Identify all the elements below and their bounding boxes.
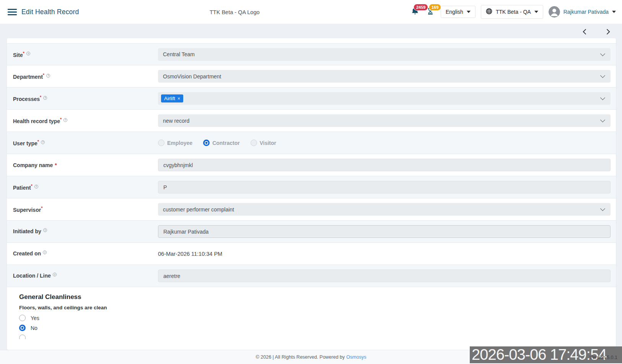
process-chip-label: Airlift [164, 96, 175, 101]
radio-unchecked-icon [158, 140, 164, 146]
field-row-site: Site* Central Team [7, 43, 616, 65]
user-type-radio-employee[interactable]: Employee [158, 140, 203, 146]
radio-unchecked-icon [19, 335, 26, 339]
company-name-label: Company name [13, 162, 53, 168]
site-select[interactable]: Central Team [158, 48, 611, 61]
help-icon [43, 228, 47, 232]
initiated-by-label: Initiated by [13, 229, 41, 235]
chevron-down-icon [600, 51, 605, 56]
field-row-patient: Patient* P [7, 176, 616, 198]
help-icon [26, 52, 30, 55]
page-title: Edit Health Record [21, 8, 79, 16]
supervisor-select[interactable]: customer performer complaint [158, 203, 611, 216]
patient-label: Patient [13, 185, 31, 191]
department-select[interactable]: OsmoVision Department [158, 70, 611, 83]
field-row-location-line: Location / Line aeretre [7, 265, 616, 287]
chevron-down-icon [600, 73, 605, 78]
cleanliness-radio-no[interactable]: No [19, 325, 616, 331]
patient-value: P [163, 184, 167, 190]
created-on-label: Created on [13, 251, 41, 257]
initiated-by-input[interactable]: Rajkumar Pativada [158, 225, 611, 238]
created-on-value: 06-Mar-2026 11:10:34 PM [158, 251, 222, 257]
help-icon [41, 140, 45, 144]
chevron-down-icon [600, 117, 605, 122]
next-record-button[interactable] [603, 27, 613, 37]
radio-checked-icon [203, 140, 210, 146]
caret-down-icon [467, 11, 471, 13]
tenant-selector[interactable]: TTK Beta - QA [481, 5, 543, 19]
app-logo-text: TTK Beta - QA Logo [210, 9, 260, 15]
hamburger-menu-icon[interactable] [8, 9, 17, 16]
field-row-supervisor: Supervisor* customer performer complaint [7, 198, 616, 221]
help-icon [34, 185, 38, 188]
process-chip-airlift[interactable]: Airlift × [161, 94, 183, 102]
caret-down-icon [612, 11, 616, 13]
chip-remove-icon[interactable]: × [177, 96, 180, 101]
patient-input[interactable]: P [158, 181, 611, 193]
company-name-input[interactable]: cvgybhnjmkl [158, 159, 611, 171]
processes-label: Processes [13, 96, 40, 102]
chevron-left-icon [581, 28, 589, 36]
supervisor-label: Supervisor [13, 207, 41, 213]
field-row-created-on: Created on 06-Mar-2026 11:10:34 PM [7, 243, 616, 265]
health-record-type-select[interactable]: new record [158, 114, 611, 127]
site-label: Site [13, 52, 23, 58]
user-type-radio-visitor[interactable]: Visitor [251, 140, 287, 146]
field-row-processes: Processes* Airlift × [7, 88, 616, 110]
help-icon [43, 250, 47, 254]
initiated-by-value: Rajkumar Pativada [163, 229, 208, 235]
supervisor-select-value: customer performer complaint [163, 206, 234, 213]
help-icon [53, 273, 57, 276]
language-selector[interactable]: English [441, 6, 475, 18]
pending-count-badge: 169 [429, 4, 441, 11]
language-selected-label: English [446, 9, 463, 15]
section-title: General Cleanliness [19, 293, 616, 301]
site-select-value: Central Team [163, 51, 195, 57]
radio-unchecked-icon [19, 315, 26, 321]
health-record-type-label: Health record type [13, 118, 60, 124]
general-cleanliness-section: General Cleanliness Floors, walls, and c… [7, 293, 616, 339]
help-icon [46, 74, 50, 78]
caret-down-icon [534, 11, 538, 13]
cleanliness-radio-yes[interactable]: Yes [19, 315, 616, 321]
health-record-type-value: new record [163, 118, 189, 124]
tenant-selected-label: TTK Beta - QA [496, 9, 531, 15]
pending-tasks-button[interactable]: 169 [425, 6, 435, 18]
partially-visible-option [19, 335, 616, 339]
processes-multiselect[interactable]: Airlift × [158, 92, 611, 105]
version-text: Version 5.0.1 [589, 355, 617, 360]
chevron-right-icon [604, 28, 612, 36]
timestamp-text: 2026-03-06 17:49:54 [472, 346, 606, 363]
radio-unchecked-icon [251, 140, 257, 146]
header: Edit Health Record TTK Beta - QA Logo 24… [0, 0, 622, 24]
user-type-radio-group: Employee Contractor Visitor [158, 140, 611, 146]
user-type-label: User type [13, 140, 37, 146]
company-name-value: cvgybhnjmkl [163, 162, 193, 168]
header-actions: 2459 169 English TTK Beta - QA [410, 0, 616, 24]
chevron-down-icon [600, 95, 605, 100]
field-row-initiated-by: Initiated by Rajkumar Pativada [7, 221, 616, 243]
help-icon [64, 118, 67, 122]
user-name: Rajkumar Pativada [563, 9, 609, 15]
globe-icon [486, 8, 492, 16]
field-row-company-name: Company name* cvgybhnjmkl [7, 154, 616, 176]
help-icon [43, 96, 47, 100]
cleanliness-radio-partial[interactable] [19, 335, 616, 339]
location-line-label: Location / Line [13, 273, 51, 279]
user-menu[interactable]: Rajkumar Pativada [549, 6, 616, 18]
field-row-user-type: User type* Employee Contractor Visitor [7, 132, 616, 154]
department-label: Department [13, 74, 43, 80]
osmosys-link[interactable]: Osmosys [346, 354, 366, 360]
field-row-health-record-type: Health record type* new record [7, 110, 616, 132]
radio-checked-icon [19, 325, 26, 331]
notifications-button[interactable]: 2459 [410, 6, 420, 18]
previous-record-button[interactable] [580, 27, 590, 37]
section-question: Floors, walls, and ceilings are clean [19, 305, 616, 310]
user-type-radio-contractor[interactable]: Contractor [203, 140, 251, 146]
chevron-down-icon [600, 206, 605, 211]
location-line-value: aeretre [163, 273, 180, 279]
copyright-text: © 2026 | All Rights Reserved. Powered by [256, 354, 345, 360]
field-row-department: Department* OsmoVision Department [7, 65, 616, 88]
location-line-input[interactable]: aeretre [158, 270, 611, 282]
avatar [549, 6, 560, 18]
